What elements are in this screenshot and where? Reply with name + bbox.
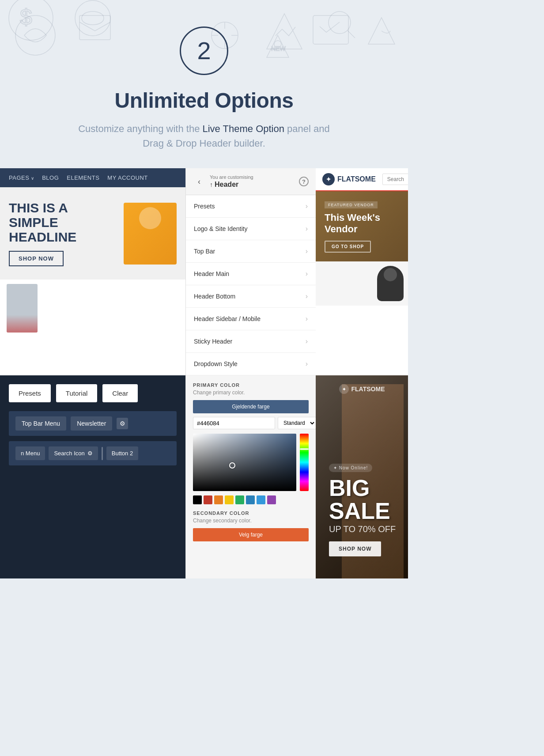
top-bar-builder-row: Top Bar Menu Newsletter ⚙ — [9, 411, 177, 436]
menu-label-topbar: Top Bar — [194, 248, 215, 255]
new-online-badge: ✦ Now Online! — [329, 464, 372, 472]
customizer-menu-sticky-header[interactable]: Sticky Header › — [186, 330, 316, 353]
search-icon-label: Search Icon — [54, 450, 84, 457]
color-hue-slider[interactable] — [300, 434, 309, 491]
swatch-green[interactable] — [235, 495, 244, 504]
back-button[interactable]: ‹ — [193, 175, 205, 188]
color-swatches — [193, 495, 309, 504]
customizer-menu-presets[interactable]: Presets › — [186, 195, 316, 218]
vendor-badge: FEATURED VENDOR — [325, 201, 378, 208]
ninja-figure — [377, 266, 404, 301]
shop-now-button[interactable]: SHOP NOW — [9, 251, 64, 266]
chevron-right-icon: › — [306, 337, 308, 345]
color-inputs-row: Standard — [193, 417, 309, 429]
svg-point-5 — [75, 0, 110, 36]
primary-color-title: PRIMARY COLOR — [193, 382, 309, 388]
secondary-color-desc: Change secondary color. — [193, 518, 309, 524]
swatch-orange[interactable] — [214, 495, 223, 504]
flatsome-logo-text: FLATSOME — [337, 175, 376, 183]
help-icon[interactable]: ? — [299, 177, 309, 186]
current-color-bar: Gjeldende farge — [193, 400, 309, 413]
chevron-right-icon: › — [306, 225, 308, 233]
flatsome-sale-logo-icon: ✦ — [339, 384, 349, 394]
clear-button[interactable]: Clear — [102, 384, 138, 402]
gear-icon-small: ⚙ — [87, 450, 93, 457]
hero-section: $ NEW 2 Unlimited Options Customize anyt… — [0, 0, 408, 168]
newsletter-label: Newsletter — [71, 416, 112, 431]
svg-line-9 — [348, 30, 355, 38]
hero-title: Unlimited Options — [9, 88, 399, 113]
chevron-right-icon: › — [306, 247, 308, 255]
chevron-right-icon: › — [306, 315, 308, 323]
swatch-yellow[interactable] — [225, 495, 234, 504]
bottom-section: Presets Tutorial Clear Top Bar Menu News… — [0, 375, 408, 578]
secondary-color-section: SECONDARY COLOR Change secondary color. … — [193, 510, 309, 541]
nav-pages[interactable]: PAGES — [9, 174, 34, 181]
chevron-right-icon: › — [306, 292, 308, 300]
nav-elements[interactable]: ELEMENTS — [67, 174, 99, 181]
swatch-blue2[interactable] — [257, 495, 265, 504]
customizer-section-title: Header — [210, 181, 295, 189]
secondary-color-bar[interactable]: Velg farge — [193, 528, 309, 541]
color-format-select[interactable]: Standard — [278, 417, 316, 429]
customizer-menu-logo[interactable]: Logo & Site Identity › — [186, 218, 316, 240]
swatch-black[interactable] — [193, 495, 202, 504]
customizer-menu-sidebar-mobile[interactable]: Header Sidebar / Mobile › — [186, 308, 316, 330]
flatsome-logo-icon: ✦ — [322, 173, 335, 185]
customizer-panel: ‹ You are customising Header ? Presets ›… — [185, 168, 316, 375]
customizer-menu-dropdown[interactable]: Dropdown Style › — [186, 353, 316, 375]
vendor-card: FEATURED VENDOR This Week's Vendor GO TO… — [316, 191, 408, 261]
presets-button[interactable]: Presets — [9, 384, 51, 402]
new-online-dot: ✦ — [333, 465, 339, 470]
svg-point-8 — [329, 11, 351, 34]
screenshots-section: PAGES BLOG ELEMENTS MY ACCOUNT THIS IS A… — [0, 168, 408, 375]
customizer-menu-topbar[interactable]: Top Bar › — [186, 240, 316, 263]
hue-cursor — [300, 448, 309, 450]
shop-now-sale-button[interactable]: SHOP NOW — [329, 541, 381, 556]
flatsome-logo: ✦ FLATSOME — [322, 173, 376, 185]
menu-label-header-main: Header Main — [194, 270, 229, 277]
nav-account[interactable]: MY ACCOUNT — [107, 174, 147, 181]
top-bar-menu-label: Top Bar Menu — [15, 416, 66, 431]
hero-highlight: Live Theme Option — [203, 123, 284, 134]
hero-subtitle: Customize anything with the Live Theme O… — [72, 121, 336, 151]
chevron-right-icon: › — [306, 360, 308, 368]
customizer-header: ‹ You are customising Header ? — [186, 168, 316, 195]
nav-menu-item: n Menu — [15, 446, 45, 460]
side-banner-left-img — [7, 284, 38, 333]
go-to-shop-button[interactable]: GO TO SHOP — [325, 241, 371, 253]
menu-label-header-bottom: Header Bottom — [194, 293, 235, 300]
button2-item: Button 2 — [106, 446, 138, 460]
swatch-purple[interactable] — [267, 495, 276, 504]
bottom-left: Presets Tutorial Clear Top Bar Menu News… — [0, 375, 185, 578]
right-panel: ✦ FLATSOME HOME ∨ FEATURES ∨ SHOP ∨ PAGE… — [316, 168, 408, 375]
swatch-red1[interactable] — [204, 495, 212, 504]
color-gradient[interactable] — [193, 434, 296, 491]
flatsome-sale-logo-text: FLATSOME — [351, 386, 385, 393]
hero-banner: THIS IS A SIMPLE HEADLINE SHOP NOW — [0, 187, 185, 280]
header-builder-row: n Menu Search Icon ⚙ Button 2 — [9, 441, 177, 465]
tutorial-button[interactable]: Tutorial — [56, 384, 97, 402]
gear-icon[interactable]: ⚙ — [117, 418, 128, 429]
flatsome-nav: ✦ FLATSOME HOME ∨ FEATURES ∨ SHOP ∨ PAGE… — [316, 168, 408, 191]
color-cursor — [229, 462, 235, 469]
sale-percent: UP TO 70% OFF — [329, 524, 408, 534]
baby-image — [124, 203, 177, 265]
nav-blog[interactable]: BLOG — [42, 174, 59, 181]
menu-label-sidebar: Header Sidebar / Mobile — [194, 315, 261, 322]
chevron-right-icon: › — [306, 202, 308, 210]
hex-input[interactable] — [193, 417, 275, 429]
swatch-blue1[interactable] — [246, 495, 255, 504]
menu-label-logo: Logo & Site Identity — [194, 225, 247, 232]
side-banner — [0, 280, 185, 337]
customizer-menu-header-main[interactable]: Header Main › — [186, 263, 316, 285]
menu-label-dropdown: Dropdown Style — [194, 360, 238, 367]
hero-headline: THIS IS A SIMPLE HEADLINE — [9, 200, 117, 244]
hero-text-block: THIS IS A SIMPLE HEADLINE SHOP NOW — [9, 200, 117, 266]
primary-color-desc: Change primary color. — [193, 389, 309, 396]
customizer-menu-header-bottom[interactable]: Header Bottom › — [186, 285, 316, 308]
flatsome-search-input[interactable] — [382, 174, 408, 185]
color-picker-main — [193, 434, 309, 491]
left-nav: PAGES BLOG ELEMENTS MY ACCOUNT — [0, 168, 185, 187]
customizer-you-are: You are customising — [210, 174, 295, 180]
